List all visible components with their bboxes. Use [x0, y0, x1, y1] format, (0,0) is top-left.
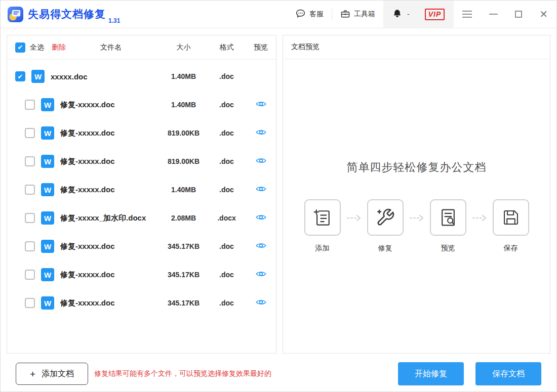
file-row[interactable]: W 修复-xxxxx.doc 1.40MB .doc	[7, 176, 276, 204]
app-version: 1.31	[108, 17, 120, 24]
app-title: 失易得文档修复	[28, 7, 106, 21]
footer-bar: + 添加文档 修复结果可能有多个文件，可以预览选择修复效果最好的 开始修复 保存…	[1, 356, 556, 391]
step-add-label: 添加	[315, 244, 330, 253]
title-bar: 失易得文档修复 1.31 客服	[1, 1, 556, 28]
row-checkbox[interactable]	[15, 71, 25, 81]
preview-eye-icon[interactable]	[256, 128, 266, 136]
arrow-icon	[347, 214, 361, 222]
file-name: 修复-xxxxx.doc	[60, 185, 160, 195]
file-size: 819.00KB	[160, 129, 208, 137]
file-size: 1.40MB	[160, 186, 208, 194]
toolbox-button[interactable]: 工具箱	[332, 1, 383, 28]
word-file-icon: W	[41, 211, 54, 225]
app-window: 失易得文档修复 1.31 客服	[0, 0, 557, 392]
preview-eye-icon[interactable]	[256, 213, 266, 221]
step-add: 添加	[304, 199, 341, 253]
file-size: 1.40MB	[160, 101, 208, 109]
preview-eye-icon[interactable]	[256, 157, 266, 164]
row-checkbox[interactable]	[25, 128, 35, 138]
preview-document-icon	[430, 199, 466, 236]
file-format: .doc	[208, 101, 246, 109]
select-all-checkbox[interactable]	[15, 42, 25, 53]
preview-cell	[246, 213, 276, 223]
row-checkbox[interactable]	[25, 298, 35, 308]
file-size: 345.17KB	[160, 242, 208, 250]
file-format: .doc	[208, 299, 246, 307]
notification-bell-icon[interactable]	[392, 9, 402, 20]
preview-cell	[246, 185, 276, 195]
menu-button[interactable]	[454, 1, 481, 28]
arrow-icon	[472, 214, 487, 222]
preview-cell	[246, 270, 276, 280]
step-save: 保存	[493, 199, 529, 253]
word-file-icon: W	[41, 268, 54, 281]
file-size: 345.17KB	[160, 271, 208, 279]
repair-icon	[367, 199, 404, 236]
word-file-icon: W	[41, 183, 54, 196]
file-row[interactable]: W 修复-xxxxx.doc 345.17KB .doc	[7, 232, 276, 260]
select-all-label[interactable]: 全选	[30, 43, 44, 52]
file-format: .doc	[208, 271, 246, 279]
plus-icon: +	[30, 369, 35, 379]
file-row[interactable]: W 修复-xxxxx.doc 1.40MB .doc	[7, 91, 276, 119]
row-checkbox[interactable]	[25, 270, 35, 280]
row-checkbox[interactable]	[25, 185, 35, 195]
steps-row: 添加 修复	[304, 199, 529, 253]
preview-cell	[246, 72, 276, 81]
chat-bubble-icon	[295, 8, 306, 20]
file-row[interactable]: W 修复-xxxxx.doc 345.17KB .doc	[7, 260, 276, 289]
preview-eye-icon[interactable]	[256, 298, 266, 306]
preview-cell	[246, 157, 276, 166]
step-repair-label: 修复	[378, 244, 392, 253]
row-checkbox[interactable]	[25, 241, 35, 251]
minimize-button[interactable]	[481, 1, 506, 28]
add-document-label: 添加文档	[42, 369, 74, 379]
column-header-filename: 文件名	[100, 43, 122, 52]
word-file-icon: W	[41, 98, 54, 111]
word-file-icon: W	[41, 126, 54, 140]
maximize-button[interactable]	[506, 1, 531, 28]
main-area: 全选 删除 文件名 大小 格式 预览 W xxxxx.doc 1.40MB .d…	[1, 28, 556, 356]
file-row[interactable]: W 修复-xxxxx.doc 819.00KB .doc	[7, 119, 276, 147]
row-checkbox[interactable]	[25, 213, 35, 223]
word-file-icon: W	[41, 155, 54, 168]
file-format: .doc	[208, 242, 246, 250]
file-format: .doc	[208, 129, 246, 137]
delete-button[interactable]: 删除	[52, 43, 66, 52]
row-checkbox[interactable]	[25, 156, 35, 166]
close-icon: ✕	[539, 9, 548, 19]
add-document-button[interactable]: + 添加文档	[16, 363, 88, 385]
file-format: .doc	[208, 157, 246, 165]
file-row[interactable]: W 修复-xxxxx.doc 819.00KB .doc	[7, 147, 276, 176]
preview-eye-icon[interactable]	[256, 100, 266, 108]
word-file-icon: W	[41, 240, 54, 253]
file-row[interactable]: W xxxxx.doc 1.40MB .doc	[7, 62, 276, 91]
save-icon	[493, 199, 529, 236]
file-row[interactable]: W 修复-xxxxx.doc 345.17KB .doc	[7, 289, 276, 317]
row-checkbox[interactable]	[25, 100, 35, 110]
customer-service-button[interactable]: 客服	[287, 1, 332, 28]
file-list-header: 全选 删除 文件名 大小 格式 预览	[7, 35, 276, 60]
toolbox-label: 工具箱	[354, 10, 375, 19]
preview-eye-icon[interactable]	[256, 270, 266, 278]
toolbox-icon	[340, 9, 350, 20]
vip-badge[interactable]: VIP	[425, 9, 445, 20]
step-preview: 预览	[430, 199, 466, 253]
file-format: .docx	[208, 214, 246, 222]
file-row[interactable]: W 修复-xxxxx_加水印.docx 2.08MB .docx	[7, 204, 276, 232]
file-name: 修复-xxxxx.doc	[60, 242, 160, 251]
preview-eye-icon[interactable]	[256, 185, 266, 193]
save-document-button[interactable]: 保存文档	[475, 362, 541, 385]
start-repair-button[interactable]: 开始修复	[398, 362, 464, 385]
account-area[interactable]: - VIP	[383, 1, 454, 28]
file-format: .doc	[208, 72, 246, 80]
add-document-icon	[304, 199, 341, 236]
file-size: 819.00KB	[160, 157, 208, 165]
arrow-icon	[410, 214, 424, 222]
app-logo-icon	[8, 7, 23, 22]
step-repair: 修复	[367, 199, 404, 253]
column-header-preview: 预览	[246, 43, 276, 52]
file-name: 修复-xxxxx_加水印.docx	[60, 213, 160, 223]
preview-eye-icon[interactable]	[256, 242, 266, 249]
close-button[interactable]: ✕	[531, 1, 556, 28]
